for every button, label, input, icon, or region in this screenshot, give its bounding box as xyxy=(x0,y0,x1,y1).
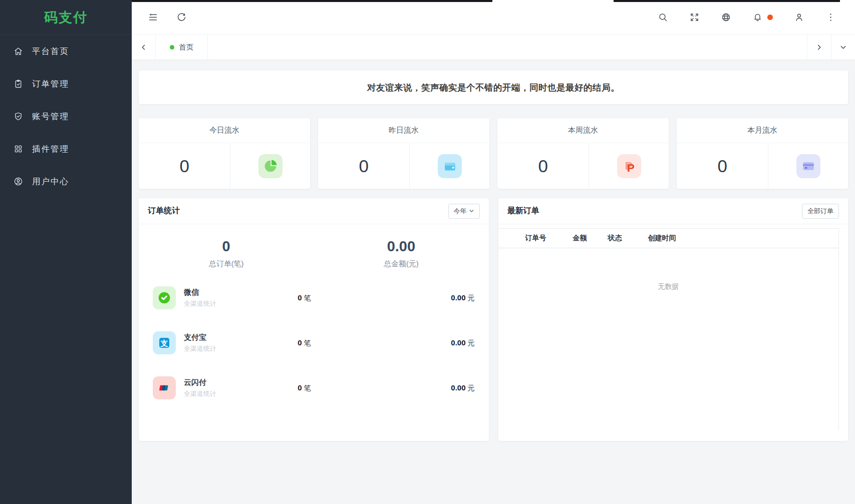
channel-list: 微信 全渠道统计 0笔 0.00元 支 xyxy=(139,269,489,400)
page-content: 对友谊来说，笑声确实是个不错的开端，同时也是最好的结局。 今日流水 0 昨日流水 xyxy=(132,60,855,504)
sidebar-item-home[interactable]: 平台首页 xyxy=(0,35,132,68)
channel-subtitle: 全渠道统计 xyxy=(184,389,216,398)
app-logo: 码支付 xyxy=(0,0,132,35)
channel-row-unionpay: 云闪付 全渠道统计 0笔 0.00元 xyxy=(153,376,475,400)
app-window: 码支付 平台首页 订单管理 账号管理 xyxy=(0,0,855,504)
channel-row-wechat: 微信 全渠道统计 0笔 0.00元 xyxy=(153,286,475,310)
clipboard-icon xyxy=(13,79,24,89)
channel-count: 0笔 xyxy=(298,293,451,303)
top-progress-segment xyxy=(614,0,840,2)
wechat-pay-icon xyxy=(153,286,176,309)
channel-amount: 0.00元 xyxy=(451,383,474,393)
paypal-icon: PP xyxy=(617,154,641,178)
home-icon xyxy=(13,46,24,57)
panel-title: 最新订单 xyxy=(507,206,539,216)
sidebar-item-label: 订单管理 xyxy=(32,79,69,90)
sidebar-item-plugins[interactable]: 插件管理 xyxy=(0,133,132,165)
tab-active-dot xyxy=(170,45,174,50)
orders-table: 订单号 金额 状态 创建时间 无数据 xyxy=(498,228,839,430)
notifications-button[interactable] xyxy=(752,12,773,23)
column-header: 创建时间 xyxy=(648,234,839,243)
order-stats-panel: 订单统计 今年 0 总订单(笔) 0.00 总金额(元) xyxy=(139,198,489,441)
chevron-left-icon xyxy=(139,43,148,52)
quote-banner: 对友谊来说，笑声确实是个不错的开端，同时也是最好的结局。 xyxy=(139,71,848,104)
channel-count: 0笔 xyxy=(298,338,451,348)
pie-chart-icon xyxy=(258,154,282,178)
chevron-down-icon xyxy=(839,43,847,52)
shield-check-icon xyxy=(13,111,24,122)
bell-icon xyxy=(752,12,763,23)
svg-text:P: P xyxy=(627,161,634,174)
stat-value: 0 xyxy=(318,143,410,189)
alipay-icon: 支 xyxy=(153,331,176,354)
tab-bar: 首页 xyxy=(132,35,855,60)
channel-name: 微信 xyxy=(184,288,216,297)
sidebar-item-label: 账号管理 xyxy=(32,111,69,122)
total-amount-value: 0.00 xyxy=(314,238,488,255)
order-totals: 0 总订单(笔) 0.00 总金额(元) xyxy=(139,224,489,269)
channel-subtitle: 全渠道统计 xyxy=(184,344,216,353)
stat-value: 0 xyxy=(497,143,589,189)
globe-icon[interactable] xyxy=(721,12,731,23)
channel-subtitle: 全渠道统计 xyxy=(184,299,216,308)
sidebar-item-label: 用户中心 xyxy=(32,176,69,187)
total-orders-label: 总订单(笔) xyxy=(139,259,314,269)
channel-amount: 0.00元 xyxy=(451,338,474,348)
chevron-down-icon xyxy=(469,208,474,214)
stat-title: 今日流水 xyxy=(139,118,310,143)
tab-label: 首页 xyxy=(179,43,193,52)
stat-value: 0 xyxy=(139,143,230,189)
sidebar-item-accounts[interactable]: 账号管理 xyxy=(0,100,132,133)
user-icon[interactable] xyxy=(794,12,804,23)
sidebar: 码支付 平台首页 订单管理 账号管理 xyxy=(0,0,132,504)
sidebar-item-label: 平台首页 xyxy=(32,46,69,57)
kebab-menu-icon[interactable] xyxy=(825,12,836,23)
stat-title: 本月流水 xyxy=(677,118,848,143)
sidebar-menu: 平台首页 订单管理 账号管理 插件管理 xyxy=(0,35,132,198)
search-icon[interactable] xyxy=(658,12,668,23)
chevron-right-icon xyxy=(815,43,823,52)
channel-amount: 0.00元 xyxy=(451,293,474,303)
quote-text: 对友谊来说，笑声确实是个不错的开端，同时也是最好的结局。 xyxy=(367,82,620,94)
stat-card-today: 今日流水 0 xyxy=(139,118,310,189)
tabs-menu-button[interactable] xyxy=(831,35,855,60)
channel-row-alipay: 支 支付宝 全渠道统计 0笔 0.00元 xyxy=(153,331,475,355)
empty-state-text: 无数据 xyxy=(498,282,839,291)
fullscreen-icon[interactable] xyxy=(689,12,700,23)
stat-card-yesterday: 昨日流水 0 xyxy=(318,118,489,189)
stat-title: 昨日流水 xyxy=(318,118,489,143)
total-orders: 0 总订单(笔) xyxy=(139,238,314,269)
channel-name: 云闪付 xyxy=(184,378,216,387)
channel-count: 0笔 xyxy=(298,383,451,393)
orders-table-header: 订单号 金额 状态 创建时间 xyxy=(498,228,839,248)
sidebar-item-label: 插件管理 xyxy=(32,144,69,155)
user-circle-icon xyxy=(13,176,24,187)
column-header: 金额 xyxy=(573,234,608,243)
range-select-button[interactable]: 今年 xyxy=(448,204,480,219)
bottom-panels: 订单统计 今年 0 总订单(笔) 0.00 总金额(元) xyxy=(139,198,848,441)
top-bar xyxy=(132,0,855,35)
tabs-prev-button[interactable] xyxy=(132,35,156,60)
sidebar-item-user-center[interactable]: 用户中心 xyxy=(0,165,132,198)
latest-orders-panel: 最新订单 全部订单 订单号 金额 状态 创建时间 无数据 xyxy=(498,198,848,441)
stat-card-week: 本周流水 0 PP xyxy=(497,118,669,189)
tabs-next-button[interactable] xyxy=(807,35,831,60)
refresh-icon[interactable] xyxy=(176,12,187,23)
column-header: 订单号 xyxy=(525,234,573,243)
stat-title: 本周流水 xyxy=(497,118,669,143)
sidebar-item-orders[interactable]: 订单管理 xyxy=(0,68,132,100)
total-amount-label: 总金额(元) xyxy=(314,259,488,269)
stat-card-month: 本月流水 0 xyxy=(677,118,848,189)
main-area: 首页 对友谊来说，笑声确实是个不错的开端，同时也是最好的结局。 今日流水 0 xyxy=(132,0,855,504)
stat-cards-row: 今日流水 0 昨日流水 0 xyxy=(139,118,848,189)
svg-text:支: 支 xyxy=(160,339,168,347)
collapse-menu-icon[interactable] xyxy=(148,12,158,23)
grid-icon xyxy=(13,144,24,154)
top-progress-segment xyxy=(132,0,492,2)
notification-dot xyxy=(767,15,773,20)
tab-home[interactable]: 首页 xyxy=(156,35,208,60)
wallet-icon xyxy=(438,154,462,178)
view-all-orders-button[interactable]: 全部订单 xyxy=(802,204,839,219)
total-amount: 0.00 总金额(元) xyxy=(314,238,488,269)
total-orders-value: 0 xyxy=(139,238,314,255)
